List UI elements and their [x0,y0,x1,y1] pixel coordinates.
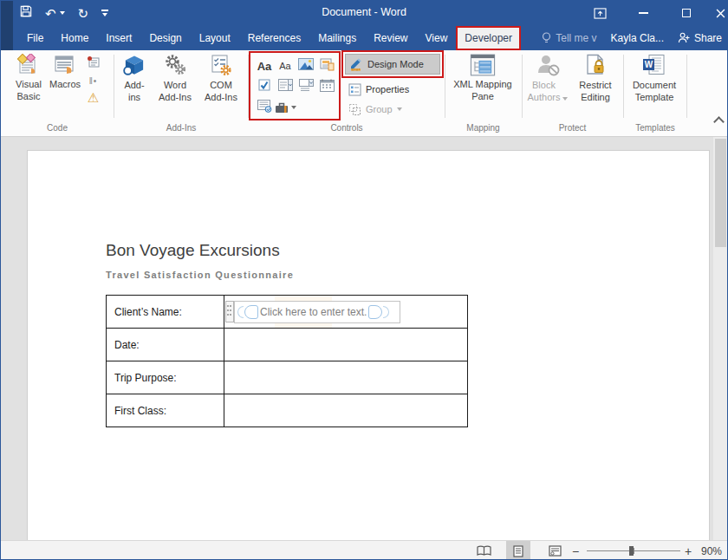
restrict-editing-icon [584,54,607,77]
restrict-editing-button[interactable]: Restrict Editing [573,54,618,104]
block-authors-label: Block Authors [528,80,561,104]
content-control[interactable]: Click here to enter text. [234,301,400,323]
doc-heading[interactable]: Bon Voyage Excursions [106,241,280,260]
row-label-cell[interactable]: Date: [107,329,224,361]
group-label: Group [366,104,393,114]
tab-insert[interactable]: Insert [97,26,140,50]
content-control-end-arc-icon [383,306,389,318]
group-divider [445,55,445,118]
com-add-ins-button[interactable]: COM Add-Ins [198,54,244,104]
table-row: Client’s Name: Click here to enter text. [107,296,468,329]
record-macro-button[interactable] [87,55,100,71]
row-label-cell[interactable]: Trip Purpose: [107,361,224,394]
com-add-ins-icon [209,54,233,77]
maximize-button[interactable] [673,1,699,25]
zoom-slider[interactable] [587,550,680,551]
tab-file[interactable]: File [18,26,52,50]
tell-me-box[interactable]: Tell me v [542,32,596,44]
row-value-cell[interactable] [224,329,468,361]
block-authors-caret-icon [562,97,568,101]
scrollbar-thumb[interactable] [715,139,726,247]
close-button[interactable] [712,1,728,25]
group-label-protect: Protect [523,123,621,133]
tab-references[interactable]: References [239,26,309,50]
macros-button[interactable]: Macros [46,54,84,91]
redo-button[interactable]: ↻ [78,7,89,20]
svg-text:W: W [645,60,653,69]
group-divider [522,55,523,118]
print-layout-button[interactable] [506,541,530,560]
group-divider [686,55,687,118]
undo-button[interactable]: ↶ [45,7,65,20]
row-value-cell[interactable] [224,394,468,427]
content-control-placeholder[interactable]: Click here to enter text. [259,306,367,318]
macros-label: Macros [49,79,81,91]
tab-view[interactable]: View [417,26,457,50]
xml-mapping-pane-button[interactable]: XML Mapping Pane [448,54,517,103]
visual-basic-icon [16,54,41,76]
macros-icon [53,54,77,76]
block-authors-icon [535,54,561,77]
group-label-add-ins: Add-Ins [115,123,247,133]
row-label-cell[interactable]: Client’s Name: [107,296,224,329]
word-add-ins-label: Word Add-Ins [159,80,192,104]
tell-me-label: Tell me v [556,32,596,44]
undo-caret-icon [60,11,65,15]
tab-review[interactable]: Review [365,26,416,50]
block-authors-button[interactable]: Block Authors [526,54,569,104]
word-add-ins-button[interactable]: Word Add-Ins [153,54,197,104]
doc-subheading[interactable]: Travel Satisfaction Questionnaire [106,270,294,280]
group-divider [623,55,624,118]
visual-basic-button[interactable]: Visual Basic [10,54,48,103]
ribbon: Visual Basic Macros ‖• ⚠ Code [1,50,727,137]
zoom-level[interactable]: 90% [698,541,725,560]
word-add-ins-gears-icon [163,54,187,77]
web-layout-button[interactable] [543,541,567,560]
group-button[interactable]: Group [348,101,402,118]
table-row: First Class: [107,394,468,427]
design-mode-annotation-box [341,50,444,78]
zoom-out-button[interactable]: − [569,541,582,560]
tab-developer[interactable]: Developer [456,26,521,50]
zoom-slider-thumb[interactable] [629,546,634,556]
document-template-button[interactable]: W Document Template [627,54,682,104]
document-template-icon: W [641,54,667,77]
share-button[interactable]: Share [678,32,722,44]
row-value-cell[interactable] [224,361,468,394]
table-row: Date: [107,329,468,361]
document-area: Bon Voyage Excursions Travel Satisfactio… [1,137,727,540]
group-label-code: Code [8,123,107,133]
pause-recording-button[interactable]: ‖• [89,76,98,86]
word-window: ↶ ↻ Document - Word File Home Insert Des… [0,0,728,560]
ribbon-display-options-button[interactable] [587,1,613,25]
title-bar: ↶ ↻ Document - Word [1,1,727,25]
tab-home[interactable]: Home [52,26,97,50]
zoom-in-button[interactable]: + [682,541,694,560]
qat-customize-button[interactable] [101,10,108,16]
maximize-icon [682,9,691,17]
minimize-button[interactable] [630,1,656,25]
content-control-drag-handle[interactable] [225,301,234,322]
ribbon-tab-bar: File Home Insert Design Layout Reference… [1,25,727,50]
share-person-icon [678,32,690,43]
add-ins-cube-icon [122,54,146,77]
row-value-cell[interactable]: Click here to enter text. [224,296,468,329]
tab-layout[interactable]: Layout [191,26,239,50]
tab-design[interactable]: Design [140,26,190,50]
collapse-ribbon-icon[interactable] [715,115,722,122]
save-icon[interactable] [20,5,32,21]
app-edge [1,1,13,50]
add-ins-button[interactable]: Add- ins [117,54,152,104]
row-label-cell[interactable]: First Class: [107,394,224,427]
vertical-scrollbar[interactable] [713,137,728,540]
minimize-icon [639,12,648,14]
xml-mapping-icon [470,54,496,76]
properties-button[interactable]: Properties [348,80,409,99]
tab-mailings[interactable]: Mailings [309,26,365,50]
document-page[interactable]: Bon Voyage Excursions Travel Satisfactio… [27,150,710,540]
zoom-slider-center-tick [634,548,634,554]
properties-icon [348,83,361,96]
macro-security-button[interactable]: ⚠ [88,91,99,104]
account-name[interactable]: Kayla Cla... [611,32,664,44]
read-mode-button[interactable] [471,541,496,560]
